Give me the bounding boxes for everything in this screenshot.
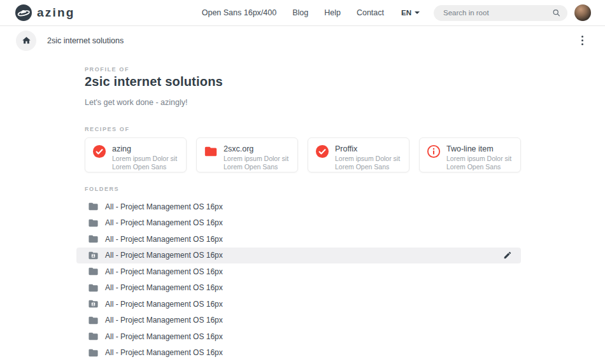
breadcrumb: 2sic internet solutions bbox=[0, 26, 605, 55]
profile-tagline: Let's get work done - azingly! bbox=[76, 98, 521, 107]
top-navbar: azing Open Sans 16px/400 Blog Help Conta… bbox=[0, 0, 605, 26]
recipe-card[interactable]: Proffix Lorem ipsum Dolor sit Lorem Open… bbox=[308, 137, 409, 172]
folder-label: All - Project Management OS 16px bbox=[105, 251, 223, 260]
card-description: Lorem ipsum Dolor sit Lorem Open Sans bbox=[112, 155, 180, 171]
folder-icon bbox=[88, 331, 99, 342]
folder-list: All - Project Management OS 16px All - P… bbox=[76, 199, 521, 361]
card-title: Proffix bbox=[335, 144, 403, 154]
check-circle-icon bbox=[315, 144, 329, 158]
folder-icon bbox=[88, 234, 99, 244]
folder-icon bbox=[88, 266, 99, 277]
card-title: azing bbox=[112, 144, 180, 154]
home-button[interactable] bbox=[16, 31, 36, 51]
nav-link-blog[interactable]: Blog bbox=[292, 8, 308, 17]
search-input[interactable] bbox=[434, 5, 567, 21]
folder-icon bbox=[88, 315, 99, 326]
folder-icon bbox=[88, 347, 99, 358]
folder-label: All - Project Management OS 16px bbox=[105, 300, 223, 309]
search-box[interactable] bbox=[434, 5, 567, 21]
recipes-eyebrow: RECIPES OF bbox=[76, 126, 521, 132]
folder-icon bbox=[204, 144, 218, 158]
recipe-cards: azing Lorem ipsum Dolor sit Lorem Open S… bbox=[76, 137, 521, 172]
brand-logo[interactable]: azing bbox=[15, 4, 75, 21]
more-options-icon[interactable] bbox=[578, 33, 588, 48]
folder-label: All - Project Management OS 16px bbox=[105, 348, 223, 357]
folder-label: All - Project Management OS 16px bbox=[105, 332, 223, 341]
folder-row[interactable]: All - Project Management OS 16px bbox=[76, 345, 521, 361]
page-title: 2sic internet solutions bbox=[76, 74, 521, 89]
profile-eyebrow: PROFILE OF bbox=[76, 55, 521, 73]
folder-label: All - Project Management OS 16px bbox=[105, 267, 223, 276]
info-icon bbox=[427, 144, 441, 158]
folder-row[interactable]: All - Project Management OS 16px bbox=[76, 296, 521, 312]
check-circle-icon bbox=[92, 144, 106, 158]
folder-row[interactable]: All - Project Management OS 16px bbox=[76, 263, 521, 280]
folder-shared-icon bbox=[88, 250, 99, 261]
folder-shared-icon bbox=[88, 298, 99, 309]
folder-label: All - Project Management OS 16px bbox=[105, 283, 223, 292]
folder-row[interactable]: All - Project Management OS 16px bbox=[76, 248, 521, 264]
card-description: Lorem ipsum Dolor sit Lorem Open Sans bbox=[335, 155, 403, 171]
edit-icon[interactable] bbox=[502, 249, 513, 261]
azing-hat-logo-icon bbox=[15, 4, 32, 21]
search-icon[interactable] bbox=[552, 9, 560, 17]
chevron-down-icon bbox=[415, 11, 420, 14]
card-title: Two-line item bbox=[446, 144, 515, 154]
folder-label: All - Project Management OS 16px bbox=[105, 235, 223, 244]
nav-link-open-sans[interactable]: Open Sans 16px/400 bbox=[202, 8, 276, 17]
recipe-card[interactable]: Two-line item Lorem ipsum Dolor sit Lore… bbox=[419, 137, 521, 172]
folder-row[interactable]: All - Project Management OS 16px bbox=[76, 199, 521, 215]
folder-row[interactable]: All - Project Management OS 16px bbox=[76, 215, 521, 232]
home-icon bbox=[22, 36, 31, 45]
folder-label: All - Project Management OS 16px bbox=[105, 316, 223, 325]
folder-label: All - Project Management OS 16px bbox=[105, 202, 223, 211]
breadcrumb-current[interactable]: 2sic internet solutions bbox=[47, 36, 124, 45]
recipe-card[interactable]: 2sxc.org Lorem ipsum Dolor sit Lorem Ope… bbox=[196, 137, 298, 172]
card-description: Lorem ipsum Dolor sit Lorem Open Sans bbox=[446, 155, 515, 171]
card-title: 2sxc.org bbox=[224, 144, 292, 154]
folder-label: All - Project Management OS 16px bbox=[105, 218, 223, 227]
language-selector[interactable]: EN bbox=[401, 9, 420, 17]
nav-link-help[interactable]: Help bbox=[324, 8, 341, 17]
main-nav: Open Sans 16px/400 Blog Help Contact bbox=[202, 8, 384, 17]
main-content: PROFILE OF 2sic internet solutions Let's… bbox=[76, 55, 521, 361]
recipe-card[interactable]: azing Lorem ipsum Dolor sit Lorem Open S… bbox=[85, 137, 187, 172]
folder-row[interactable]: All - Project Management OS 16px bbox=[76, 312, 521, 329]
nav-link-contact[interactable]: Contact bbox=[357, 8, 384, 17]
card-description: Lorem ipsum Dolor sit Lorem Open Sans bbox=[224, 155, 292, 171]
user-avatar[interactable] bbox=[574, 4, 591, 21]
folders-eyebrow: FOLDERS bbox=[76, 186, 521, 192]
language-label: EN bbox=[401, 9, 411, 17]
folder-icon bbox=[88, 283, 99, 293]
folder-icon bbox=[88, 218, 99, 228]
folder-row[interactable]: All - Project Management OS 16px bbox=[76, 328, 521, 345]
folder-icon bbox=[88, 201, 99, 212]
brand-name: azing bbox=[37, 6, 75, 20]
folder-row[interactable]: All - Project Management OS 16px bbox=[76, 280, 521, 297]
folder-row[interactable]: All - Project Management OS 16px bbox=[76, 231, 521, 248]
